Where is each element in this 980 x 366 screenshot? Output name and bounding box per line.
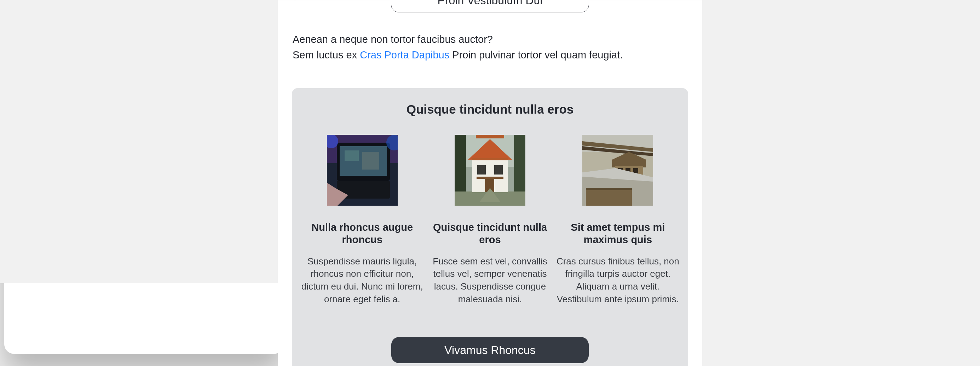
feature-card: Quisque tincidunt nulla eros Fusce sem e… (428, 135, 552, 306)
card-title: Nulla rhoncus augue rhoncus (301, 221, 424, 246)
card-thumbnail (582, 135, 653, 206)
panel-heading: Quisque tincidunt nulla eros (301, 102, 679, 116)
card-title: Quisque tincidunt nulla eros (428, 221, 552, 246)
card-thumbnail (327, 135, 398, 206)
intro-line-1: Aenean a neque non tortor faucibus aucto… (293, 33, 493, 45)
card-thumbnail (455, 135, 525, 206)
intro-paragraph: Aenean a neque non tortor faucibus aucto… (292, 32, 688, 63)
svg-rect-5 (362, 152, 379, 170)
feature-card: Sit amet tempus mi maximus quis Cras cur… (556, 135, 679, 306)
intro-line-2-before: Sem luctus ex (293, 49, 360, 60)
card-body: Cras cursus finibus tellus, non fringill… (556, 255, 679, 306)
card-body: Fusce sem est vel, convallis tellus vel,… (428, 255, 552, 306)
svg-rect-15 (473, 158, 508, 160)
svg-rect-26 (586, 188, 632, 206)
feature-panel: Quisque tincidunt nulla eros (292, 88, 688, 366)
svg-rect-16 (477, 165, 486, 175)
feature-cards-row: Nulla rhoncus augue rhoncus Suspendisse … (301, 135, 679, 306)
svg-rect-27 (586, 188, 632, 190)
svg-rect-17 (494, 165, 503, 175)
feature-card: Nulla rhoncus augue rhoncus Suspendisse … (301, 135, 424, 306)
background-card-shadow-mask (0, 0, 294, 283)
card-title: Sit amet tempus mi maximus quis (556, 221, 679, 246)
cras-porta-dapibus-link[interactable]: Cras Porta Dapibus (360, 49, 449, 60)
card-body: Suspendisse mauris ligula, rhoncus non e… (301, 255, 424, 306)
proin-vestibulum-button[interactable]: Proin Vestibulum Dui (391, 0, 589, 13)
svg-rect-19 (477, 177, 503, 179)
vivamus-rhoncus-button[interactable]: Vivamus Rhoncus (391, 337, 589, 363)
intro-line-2-after: Proin pulvinar tortor vel quam feugiat. (449, 49, 623, 60)
main-content-card: Proin Vestibulum Dui Aenean a neque non … (278, 0, 702, 366)
svg-rect-4 (345, 150, 359, 161)
